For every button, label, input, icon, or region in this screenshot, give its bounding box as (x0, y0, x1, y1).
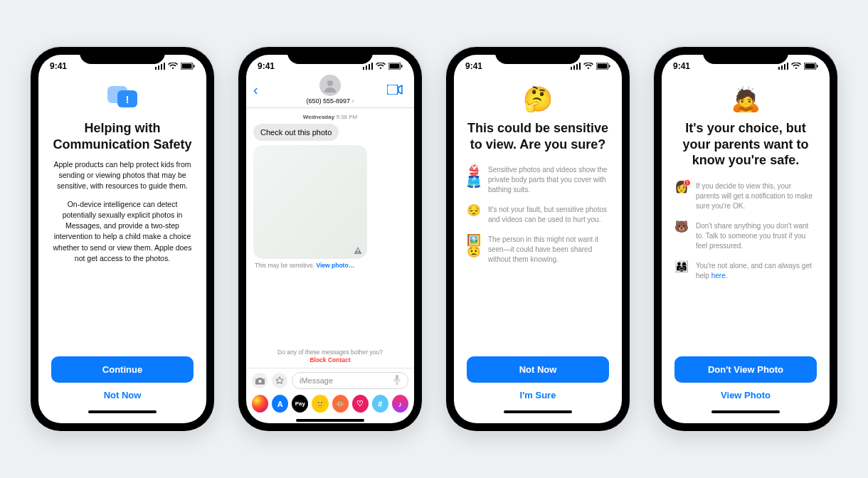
svg-rect-14 (609, 65, 610, 68)
phone-warning-1: 9:41 🤔 This could be sensitive to view. … (446, 47, 630, 431)
warning-title: This could be sensitive to view. Are you… (467, 120, 609, 152)
back-button[interactable]: ‹ (253, 82, 273, 98)
facetime-button[interactable] (387, 85, 407, 95)
svg-rect-7 (387, 85, 398, 95)
svg-rect-11 (396, 375, 398, 381)
messages-body: Wednesday 5:38 PM Check out this photo T… (246, 108, 414, 368)
wifi-icon (168, 63, 178, 70)
content: 🙇 It's your choice, but your parents wan… (662, 73, 830, 423)
signal-icon (571, 63, 581, 70)
app-music[interactable]: ♪ (392, 395, 408, 413)
warning-icon (354, 246, 362, 255)
screen: 9:41 🙇 It's your choice, but your parent… (662, 55, 830, 423)
home-indicator[interactable] (711, 410, 780, 413)
battery-icon (596, 63, 610, 70)
svg-rect-4 (390, 64, 400, 69)
svg-rect-17 (817, 65, 818, 68)
status-time: 9:41 (673, 61, 690, 71)
chevron-right-icon: › (352, 97, 354, 105)
app-hashtag[interactable]: # (372, 395, 388, 413)
warning-title: It's your choice, but your parents want … (674, 120, 817, 169)
wifi-icon (376, 63, 386, 70)
help-link[interactable]: here. (711, 272, 728, 280)
im-sure-button[interactable]: I'm Sure (467, 383, 609, 408)
blurred-photo[interactable] (253, 145, 367, 259)
phone-messages: 9:41 ‹ (650) 555-8997 › Wednesday 5:38 P… (238, 47, 422, 431)
bullet-item: 🖼️😟 The person in this might not want it… (467, 235, 609, 265)
battery-icon (181, 63, 195, 70)
continue-button[interactable]: Continue (51, 356, 194, 383)
app-digital-touch[interactable]: ♡ (352, 395, 369, 413)
screen: 9:41 🤔 This could be sensitive to view. … (454, 55, 622, 423)
svg-rect-16 (805, 64, 815, 69)
battery-icon (804, 63, 818, 70)
message-bubble[interactable]: Check out this photo (253, 124, 339, 141)
intro-paragraph-1: Apple products can help protect kids fro… (51, 159, 194, 192)
screen: 9:41 ! Helping with Communication Safety… (38, 55, 206, 423)
compose-bar: iMessage (246, 368, 414, 393)
app-applepay[interactable]: Pay (292, 395, 308, 413)
bowing-emoji-icon: 🙇 (674, 85, 817, 113)
phone-intro: 9:41 ! Helping with Communication Safety… (31, 47, 214, 431)
status-bar: 9:41 (38, 55, 206, 73)
svg-point-6 (327, 80, 333, 86)
bullet-item: 🐻 Don't share anything you don't want to… (674, 221, 817, 251)
app-animoji[interactable]: 🐵 (332, 395, 349, 413)
message-input[interactable]: iMessage (292, 372, 408, 389)
bullet-list: 👙🩳 Sensitive photos and videos show the … (467, 165, 609, 275)
home-indicator[interactable] (296, 419, 364, 422)
bullet-text: If you decide to view this, your parents… (696, 181, 817, 211)
teddy-bear-icon: 🐻 (674, 221, 689, 233)
bullet-item: 👙🩳 Sensitive photos and videos show the … (467, 165, 609, 195)
contact-number: (650) 555-8997 (306, 97, 350, 105)
view-photo-button[interactable]: View Photo (674, 383, 817, 408)
dont-view-button[interactable]: Don't View Photo (674, 356, 817, 383)
block-contact-button[interactable]: Block Contact (253, 356, 407, 363)
messages-header: ‹ (650) 555-8997 › (246, 73, 414, 108)
home-indicator[interactable] (504, 410, 572, 413)
app-strip[interactable]: A Pay 🙂 🐵 ♡ # ♪ (246, 393, 414, 416)
bullet-text: It's not your fault, but sensitive photo… (488, 205, 609, 225)
not-now-button[interactable]: Not Now (467, 356, 609, 383)
page-title: Helping with Communication Safety (51, 120, 194, 152)
bathing-suit-icon: 👙🩳 (467, 165, 481, 188)
content: ! Helping with Communication Safety Appl… (38, 73, 206, 423)
status-time: 9:41 (465, 61, 482, 71)
communication-safety-icon: ! (107, 86, 137, 112)
app-memoji[interactable]: 🙂 (312, 395, 328, 413)
svg-rect-13 (598, 64, 608, 69)
signal-icon (155, 63, 166, 70)
svg-point-10 (258, 379, 261, 382)
intro-paragraph-2: On-device intelligence can detect potent… (51, 199, 194, 264)
bullet-text: Sensitive photos and videos show the pri… (488, 165, 609, 195)
bullet-text: You're not alone, and can always get hel… (696, 261, 817, 281)
svg-point-9 (357, 252, 359, 253)
signal-icon (778, 63, 789, 70)
bullet-item: 😔 It's not your fault, but sensitive pho… (467, 205, 609, 225)
placeholder-text: iMessage (300, 376, 333, 385)
status-time: 9:41 (50, 61, 67, 71)
status-bar: 9:41 (454, 55, 622, 73)
thinking-emoji-icon: 🤔 (467, 85, 609, 113)
app-store-button[interactable] (272, 373, 287, 388)
bullet-list: 👩! If you decide to view this, your pare… (674, 181, 817, 291)
dictate-icon[interactable] (393, 375, 401, 386)
status-bar: 9:41 (662, 55, 830, 73)
phone-warning-2: 9:41 🙇 It's your choice, but your parent… (654, 47, 837, 431)
not-now-button[interactable]: Not Now (51, 383, 194, 408)
camera-button[interactable] (252, 373, 268, 388)
shared-photo-icon: 🖼️😟 (467, 235, 481, 257)
sensitivity-caption: This may be sensitive. View photo… (255, 262, 407, 269)
bullet-text: Don't share anything you don't want to. … (696, 221, 817, 251)
avatar-icon (319, 75, 341, 96)
svg-rect-1 (182, 64, 192, 69)
status-time: 9:41 (258, 61, 275, 71)
view-photo-link[interactable]: View photo… (316, 262, 354, 269)
bullet-item: 👩! If you decide to view this, your pare… (674, 181, 817, 211)
app-appstore[interactable]: A (272, 395, 288, 413)
contact-info[interactable]: (650) 555-8997 › (273, 75, 387, 105)
content: 🤔 This could be sensitive to view. Are y… (454, 73, 622, 423)
home-indicator[interactable] (88, 410, 157, 413)
battery-icon (388, 63, 403, 70)
app-photos[interactable] (252, 395, 268, 413)
